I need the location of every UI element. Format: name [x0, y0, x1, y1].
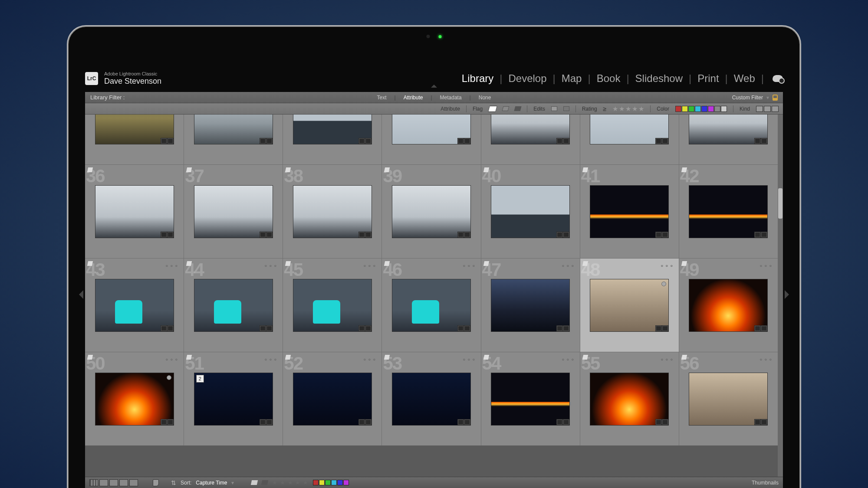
grid-cell[interactable]: 48∘∘∘ [580, 259, 679, 352]
footer-rating-stars[interactable]: ★ ★ ★ ★ ★ [272, 479, 308, 486]
edits-unedited-icon[interactable] [563, 106, 569, 111]
grid-cell[interactable] [283, 115, 381, 164]
cell-menu-icon[interactable]: ∘∘∘ [264, 356, 278, 363]
grid-cell[interactable]: 52∘∘∘ [283, 352, 381, 445]
thumbnail-image[interactable] [689, 115, 767, 144]
grid-cell[interactable]: 53∘∘∘ [382, 352, 480, 445]
thumbnail-image[interactable] [194, 279, 273, 331]
cell-menu-icon[interactable]: ∘∘∘ [561, 262, 575, 269]
flag-icon[interactable] [681, 261, 687, 266]
grid-cell[interactable] [580, 115, 679, 164]
star-icon[interactable]: ★ [632, 105, 638, 113]
grid-cell[interactable]: 56∘∘∘ [679, 352, 778, 445]
cell-menu-icon[interactable]: ∘∘∘ [363, 262, 377, 269]
color-swatch[interactable] [714, 106, 720, 112]
color-swatch[interactable] [319, 480, 325, 485]
flag-rejected-icon[interactable] [514, 106, 522, 111]
thumbnail-image[interactable] [194, 115, 273, 144]
kind-video-icon[interactable] [772, 106, 779, 112]
color-swatch[interactable] [682, 106, 688, 112]
scrollbar-thumb[interactable] [778, 188, 783, 219]
flag-icon[interactable] [186, 261, 192, 266]
grid-cell[interactable]: 39 [382, 165, 480, 258]
thumbnail-image[interactable] [392, 279, 470, 331]
flag-icon[interactable] [681, 167, 687, 172]
star-icon[interactable]: ★ [625, 105, 631, 113]
cell-menu-icon[interactable]: ∘∘∘ [759, 356, 773, 363]
filter-lock-icon[interactable] [773, 95, 778, 101]
module-web[interactable]: Web [734, 72, 755, 85]
color-swatch[interactable] [695, 106, 701, 112]
star-icon[interactable]: ★ [619, 105, 625, 113]
cell-menu-icon[interactable]: ∘∘∘ [363, 356, 377, 363]
thumbnail-image[interactable] [689, 373, 767, 425]
flag-picked-icon[interactable] [488, 106, 497, 112]
flag-icon[interactable] [285, 261, 291, 266]
grid-cell[interactable]: 41 [580, 165, 679, 258]
module-print[interactable]: Print [697, 72, 719, 85]
thumbnail-image[interactable] [392, 373, 470, 425]
color-swatch[interactable] [337, 480, 343, 485]
color-swatch[interactable] [721, 106, 727, 112]
sort-value[interactable]: Capture Time [196, 480, 227, 486]
painter-icon[interactable] [153, 479, 159, 486]
flag-icon[interactable] [384, 355, 390, 360]
flag-icon[interactable] [384, 261, 390, 266]
grid-cell[interactable]: 43∘∘∘ [85, 259, 184, 352]
thumbnail-image[interactable] [95, 373, 174, 425]
flag-icon[interactable] [582, 261, 588, 266]
flag-icon[interactable] [483, 261, 489, 266]
grid-cell[interactable]: 44∘∘∘ [184, 259, 283, 352]
grid-cell[interactable]: 36 [85, 165, 184, 258]
flag-icon[interactable] [582, 167, 588, 172]
color-swatch[interactable] [701, 106, 707, 112]
module-map[interactable]: Map [562, 72, 582, 85]
thumbnail-image[interactable] [689, 186, 767, 238]
grid-view-icon[interactable] [89, 479, 98, 486]
custom-filter-dropdown[interactable]: Custom Filter [732, 95, 763, 101]
thumbnail-image[interactable] [491, 373, 569, 425]
flag-icon[interactable] [483, 355, 489, 360]
filter-tab-text[interactable]: Text [377, 95, 387, 101]
grid-cell[interactable] [679, 115, 778, 164]
color-swatch[interactable] [331, 480, 337, 485]
color-swatch[interactable] [688, 106, 694, 112]
thumbnail-image[interactable] [689, 279, 767, 331]
kind-master-icon[interactable] [756, 106, 763, 112]
sort-direction-icon[interactable]: ⇅ [171, 479, 176, 486]
module-slideshow[interactable]: Slideshow [635, 72, 683, 85]
thumbnail-image[interactable] [491, 186, 569, 238]
color-swatch[interactable] [708, 106, 714, 112]
grid-cell[interactable] [184, 115, 283, 164]
thumbnail-image[interactable] [590, 373, 668, 425]
grid-cell[interactable] [85, 115, 184, 164]
cell-menu-icon[interactable]: ∘∘∘ [759, 262, 773, 269]
stack-count-badge[interactable]: 2 [196, 375, 204, 383]
thumbnail-image[interactable] [293, 279, 372, 331]
thumbnail-image[interactable] [590, 186, 668, 238]
thumbnail-image[interactable] [95, 186, 174, 238]
grid-cell[interactable]: 42 [679, 165, 778, 258]
thumbnail-image[interactable] [590, 279, 668, 331]
color-swatch[interactable] [343, 480, 349, 485]
grid-cell[interactable]: 46∘∘∘ [382, 259, 480, 352]
grid-viewport[interactable]: 3637383940414243∘∘∘44∘∘∘45∘∘∘46∘∘∘47∘∘∘4… [85, 115, 778, 477]
filter-tab-attribute[interactable]: Attribute [404, 95, 423, 101]
rating-stars[interactable]: ★ ★ ★ ★ ★ [612, 105, 644, 113]
compare-view-icon[interactable] [109, 479, 118, 486]
flag-icon[interactable] [186, 355, 192, 360]
survey-view-icon[interactable] [119, 479, 128, 486]
color-swatch[interactable] [313, 480, 319, 485]
right-panel-reveal-icon[interactable] [785, 290, 789, 299]
module-library[interactable]: Library [462, 72, 493, 85]
thumbnail-image[interactable] [293, 115, 372, 144]
module-book[interactable]: Book [597, 72, 621, 85]
loupe-view-icon[interactable] [99, 479, 108, 486]
flag-icon[interactable] [87, 355, 93, 360]
grid-scrollbar[interactable] [778, 115, 783, 477]
flag-icon[interactable] [87, 261, 93, 266]
kind-virtual-icon[interactable] [764, 106, 771, 112]
cell-menu-icon[interactable]: ∘∘∘ [165, 262, 179, 269]
thumbnail-image[interactable] [194, 186, 273, 238]
grid-cell[interactable]: 40 [481, 165, 580, 258]
